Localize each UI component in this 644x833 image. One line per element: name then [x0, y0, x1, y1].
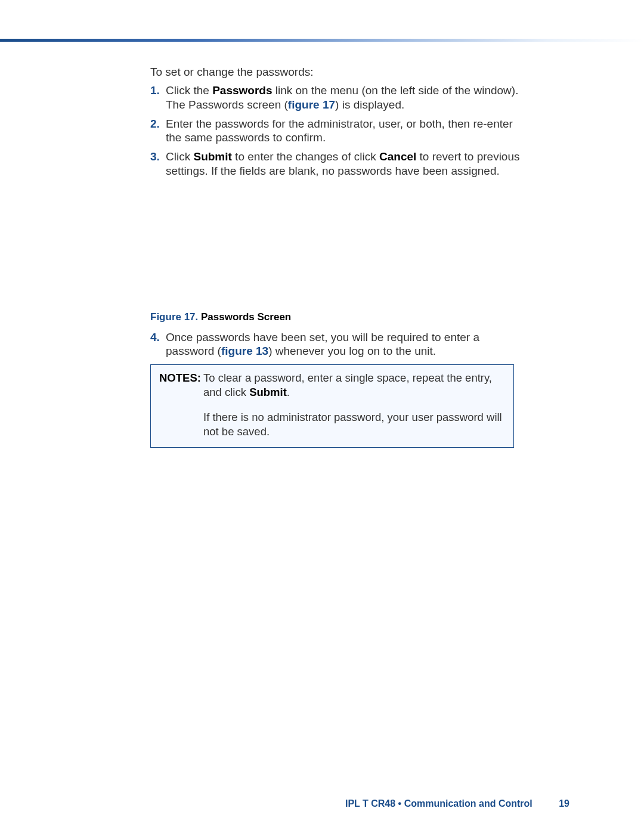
notes-spacer — [159, 400, 505, 410]
figure-label: Figure 17. — [150, 311, 198, 323]
list-item: 1.Click the Passwords link on the menu (… — [150, 83, 520, 112]
figure-title: Passwords Screen — [198, 311, 291, 323]
intro-text: To set or change the passwords: — [150, 66, 520, 79]
page-footer: IPL T CR48 • Communication and Control 1… — [345, 798, 569, 809]
list-body: Click the Passwords link on the menu (on… — [166, 83, 520, 112]
list-body: Click Submit to enter the changes of cli… — [166, 150, 520, 178]
list-body: Once passwords have been set, you will b… — [166, 330, 520, 359]
main-content: To set or change the passwords: 1.Click … — [150, 66, 520, 448]
figure-caption: Figure 17. Passwords Screen — [150, 311, 520, 323]
notes-body-1: To clear a password, enter a single spac… — [203, 371, 505, 400]
footer-title: IPL T CR48 • Communication and Control — [345, 798, 532, 809]
figure-image-placeholder — [150, 183, 520, 311]
notes-label-empty — [159, 410, 203, 439]
list-item: 2.Enter the passwords for the administra… — [150, 117, 520, 145]
footer-page-number: 19 — [559, 798, 569, 809]
list-number: 1. — [150, 83, 166, 112]
list-body: Enter the passwords for the administrato… — [166, 117, 520, 145]
header-gradient-bar — [0, 39, 644, 42]
step-4-container: 4.Once passwords have been set, you will… — [150, 330, 520, 359]
list-item: 4.Once passwords have been set, you will… — [150, 330, 520, 359]
list-number: 2. — [150, 117, 166, 145]
ordered-steps: 1.Click the Passwords link on the menu (… — [150, 83, 520, 178]
list-item: 3.Click Submit to enter the changes of c… — [150, 150, 520, 178]
notes-label: NOTES: — [159, 371, 203, 400]
notes-body-2: If there is no administrator password, y… — [203, 410, 505, 439]
list-number: 4. — [150, 330, 166, 359]
notes-box: NOTES: To clear a password, enter a sing… — [150, 364, 514, 448]
list-number: 3. — [150, 150, 166, 178]
notes-row-1: NOTES: To clear a password, enter a sing… — [159, 371, 505, 400]
notes-row-2: If there is no administrator password, y… — [159, 410, 505, 439]
